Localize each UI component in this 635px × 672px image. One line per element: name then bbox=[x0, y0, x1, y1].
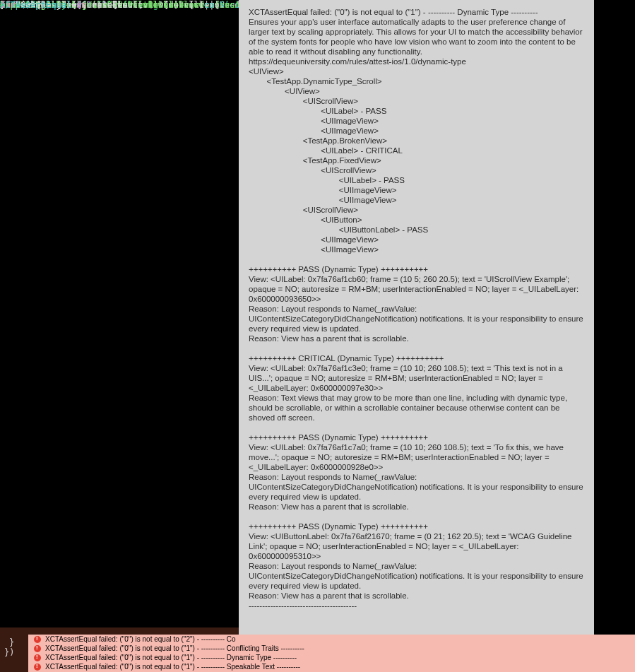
code-line: XCTAssertEqual(0, ruleResult.violations.… bbox=[0, 0, 214, 10]
panel-reason: Reason: Layout responds to Name(_rawValu… bbox=[249, 472, 587, 502]
panel-view-info: View: <UILabel: 0x7fa76af1c3e0; frame = … bbox=[249, 363, 587, 393]
panel-description: Ensures your app's user interface automa… bbox=[249, 17, 587, 57]
error-text: XCTAssertEqual failed: ("0") is not equa… bbox=[45, 654, 297, 661]
error-text: XCTAssertEqual failed: ("0") is not equa… bbox=[45, 663, 300, 671]
code-line: }) bbox=[4, 647, 14, 657]
panel-reason: Reason: Layout responds to Name(_rawValu… bbox=[249, 561, 587, 591]
panel-divider: ---------------------------------------- bbox=[249, 601, 587, 611]
panel-title: XCTAssertEqual failed: ("0") is not equa… bbox=[249, 7, 587, 17]
error-text: XCTAssertEqual failed: ("0") is not equa… bbox=[45, 644, 304, 652]
error-gutter: } }) bbox=[0, 635, 28, 672]
error-text: XCTAssertEqual failed: ("0") is not equa… bbox=[45, 635, 236, 643]
code-line: } bbox=[9, 637, 14, 647]
error-icon bbox=[34, 654, 41, 661]
panel-url: https://dequeuniversity.com/rules/attest… bbox=[249, 57, 587, 66]
panel-critical-header: ++++++++++ CRITICAL (Dynamic Type) +++++… bbox=[249, 353, 587, 363]
panel-reason: Reason: View has a parent that is scroll… bbox=[249, 334, 587, 343]
test-failure-row[interactable]: XCTAssertEqual failed: ("0") is not equa… bbox=[28, 635, 635, 644]
panel-reason: Reason: Text views that may grow to be m… bbox=[249, 393, 587, 423]
panel-pass-header: ++++++++++ PASS (Dynamic Type) +++++++++… bbox=[249, 264, 587, 274]
error-icon bbox=[34, 664, 41, 671]
panel-view-tree: <UIView> <TestApp.DynamicType_Scroll> <U… bbox=[249, 66, 587, 254]
test-failure-row[interactable]: XCTAssertEqual failed: ("0") is not equa… bbox=[28, 644, 635, 653]
screenshot-root: { "code": { "l1": "2017 Deque Systems In… bbox=[0, 0, 635, 672]
panel-reason: Reason: View has a parent that is scroll… bbox=[249, 591, 587, 601]
panel-reason: Reason: View has a parent that is scroll… bbox=[249, 502, 587, 512]
test-failure-row[interactable]: XCTAssertEqual failed: ("0") is not equa… bbox=[28, 662, 635, 671]
test-failure-row[interactable]: XCTAssertEqual failed: ("0") is not equa… bbox=[28, 653, 635, 662]
panel-view-info: View: <UIButtonLabel: 0x7fa76af21670; fr… bbox=[249, 531, 587, 561]
test-output-panel[interactable]: XCTAssertEqual failed: ("0") is not equa… bbox=[239, 0, 594, 647]
panel-pass-header: ++++++++++ PASS (Dynamic Type) +++++++++… bbox=[249, 432, 587, 442]
error-icon bbox=[34, 636, 41, 643]
panel-view-info: View: <UILabel: 0x7fa76af1c7a0; frame = … bbox=[249, 442, 587, 472]
error-icon bbox=[34, 645, 41, 652]
panel-view-info: View: <UILabel: 0x7fa76af1cb60; frame = … bbox=[249, 274, 587, 304]
test-failures-list[interactable]: XCTAssertEqual failed: ("0") is not equa… bbox=[28, 635, 635, 672]
panel-reason: Reason: Layout responds to Name(_rawValu… bbox=[249, 304, 587, 334]
panel-pass-header: ++++++++++ PASS (Dynamic Type) +++++++++… bbox=[249, 521, 587, 531]
